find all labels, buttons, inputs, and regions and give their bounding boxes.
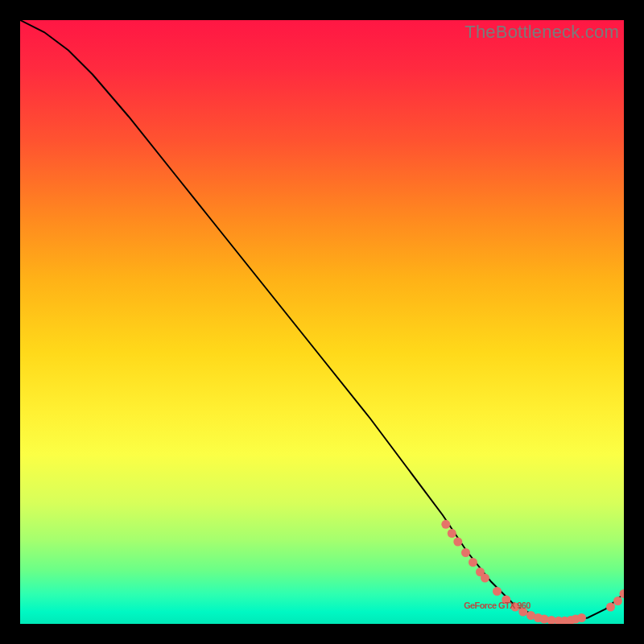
gpu-marker	[441, 520, 450, 529]
chart-svg: GeForce GTX 960	[20, 20, 624, 624]
gpu-marker	[448, 529, 456, 538]
chart-frame: TheBottleneck.com GeForce GTX 960	[0, 0, 644, 644]
bottleneck-curve	[20, 20, 624, 621]
plot-area: TheBottleneck.com GeForce GTX 960	[20, 20, 624, 624]
gpu-marker	[613, 597, 622, 605]
gpu-marker	[469, 558, 477, 567]
gpu-marker	[577, 613, 586, 622]
gpu-marker	[493, 587, 502, 596]
gpu-marker	[453, 538, 462, 547]
gpu-marker	[606, 603, 615, 612]
gpu-marker	[461, 548, 470, 557]
gpu-marker	[481, 574, 489, 583]
annotation-label: GeForce GTX 960	[464, 601, 530, 610]
